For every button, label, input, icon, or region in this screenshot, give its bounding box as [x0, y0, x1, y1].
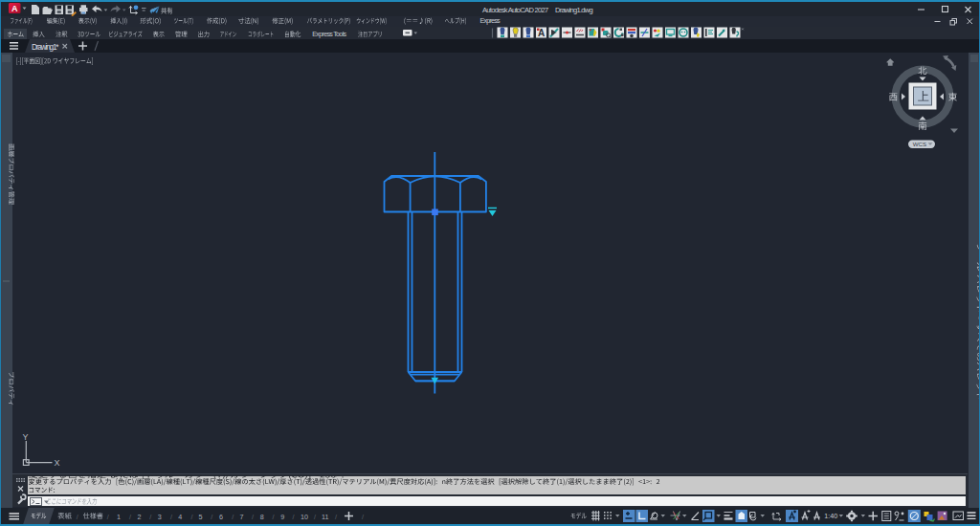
svg-text:Drawing1*: Drawing1* [32, 43, 59, 52]
svg-text:A: A [11, 4, 18, 13]
svg-text:Autodesk AutoCAD 2027: Autodesk AutoCAD 2027 [482, 6, 548, 14]
svg-text:Drawing1.dwg: Drawing1.dwg [555, 6, 593, 14]
svg-text:Express: Express [480, 16, 501, 25]
svg-text:WCS: WCS [913, 141, 926, 147]
svg-text:Y: Y [23, 432, 29, 442]
svg-text:X: X [55, 458, 60, 468]
svg-text:Express Tools: Express Tools [312, 30, 346, 38]
